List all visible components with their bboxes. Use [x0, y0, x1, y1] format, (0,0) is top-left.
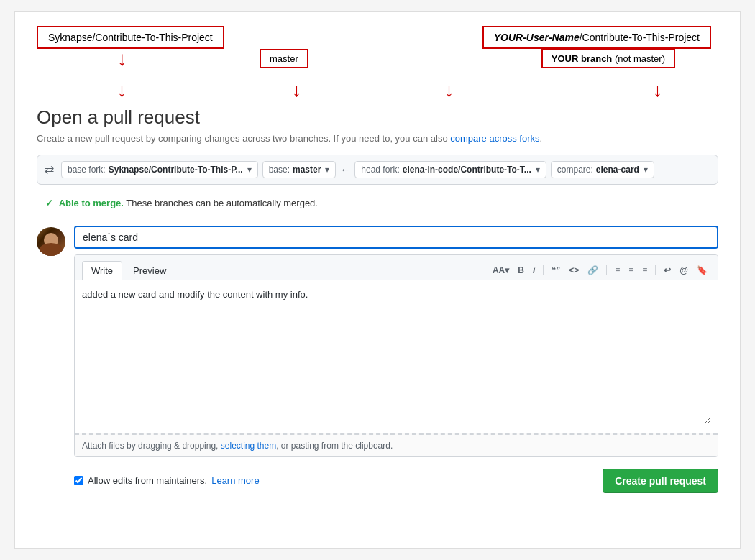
head-fork-select[interactable]: head fork: elena-in-code/Contribute-To-T… — [354, 161, 546, 178]
avatar — [37, 227, 65, 256]
compare-bar: ⇄ base fork: Syknapse/Contribute-To-This… — [37, 155, 718, 185]
toolbar-quote[interactable]: “” — [549, 264, 563, 277]
toolbar-sep3 — [655, 265, 656, 275]
merge-able-text: Able to merge. — [59, 198, 124, 208]
toolbar-bold[interactable]: B — [515, 264, 527, 277]
toolbar-italic[interactable]: i — [530, 264, 538, 277]
toolbar-task[interactable]: ≡ — [639, 264, 650, 277]
tab-preview[interactable]: Preview — [124, 261, 175, 280]
editor-content: added a new card and modify the content … — [75, 280, 718, 433]
arrow-base-fork: ↓ — [117, 49, 127, 69]
editor-tabs: Write Preview AA▾ B i “” <> 🔗 ≡ ≡ ≡ — [74, 254, 718, 457]
toolbar-mention[interactable]: @ — [677, 264, 691, 277]
select-files-link[interactable]: selecting them — [221, 441, 276, 451]
arrow4-down: ↓ — [653, 79, 662, 101]
allow-edits-label: Allow edits from maintainers. — [88, 475, 207, 486]
toolbar-ol[interactable]: ≡ — [626, 264, 636, 277]
compare-icon: ⇄ — [45, 162, 54, 176]
page-subtitle: Create a new pull request by comparing c… — [37, 132, 718, 146]
learn-more-link[interactable]: Learn more — [211, 475, 259, 486]
arrow1-down: ↓ — [117, 79, 127, 101]
annotation-box-syknapse: Syknapse/Contribute-To-This-Project — [37, 26, 224, 49]
toolbar-aa[interactable]: AA▾ — [490, 264, 512, 277]
compare-branch-select[interactable]: compare: elena-card ▾ — [551, 161, 654, 178]
merge-description: These branches can be automatically merg… — [126, 198, 318, 208]
submit-row: Allow edits from maintainers. Learn more… — [74, 464, 718, 497]
annotation-box-master: master — [260, 49, 308, 68]
toolbar-sep2 — [606, 265, 607, 275]
annotation-box-your-branch: YOUR branch (not master) — [541, 49, 675, 68]
editor-footer: Attach files by dragging & dropping, sel… — [75, 433, 718, 456]
toolbar-code[interactable]: <> — [566, 264, 582, 277]
toolbar-reply[interactable]: ↩ — [661, 264, 674, 277]
toolbar-bookmark[interactable]: 🔖 — [694, 264, 710, 277]
pr-form-body: Write Preview AA▾ B i “” <> 🔗 ≡ ≡ ≡ — [74, 226, 718, 497]
swap-arrow: ← — [340, 164, 350, 175]
pr-form: Write Preview AA▾ B i “” <> 🔗 ≡ ≡ ≡ — [37, 226, 718, 497]
annotation-box-your-username: YOUR-User-Name/Contribute-To-This-Projec… — [482, 26, 711, 49]
pr-title-input[interactable] — [74, 226, 718, 249]
toolbar-link[interactable]: 🔗 — [585, 264, 601, 277]
arrow3-down: ↓ — [444, 79, 454, 101]
compare-forks-link[interactable]: compare across forks — [450, 133, 539, 144]
pr-body-textarea[interactable]: added a new card and modify the content … — [82, 288, 710, 424]
base-branch-select[interactable]: base: master ▾ — [262, 161, 337, 178]
merge-status: ✓ Able to merge. These branches can be a… — [37, 192, 718, 214]
allow-edits-row: Allow edits from maintainers. Learn more — [74, 475, 260, 486]
allow-edits-checkbox[interactable] — [74, 476, 83, 485]
tab-write[interactable]: Write — [82, 261, 122, 280]
base-fork-select[interactable]: base fork: Syknapse/Contribute-To-This-P… — [61, 161, 258, 178]
editor-toolbar: AA▾ B i “” <> 🔗 ≡ ≡ ≡ ↩ @ 🔖 — [490, 264, 710, 277]
page-title: Open a pull request — [37, 106, 718, 129]
merge-check-icon: ✓ — [45, 198, 53, 208]
arrow2-down: ↓ — [292, 79, 301, 101]
toolbar-ul[interactable]: ≡ — [612, 264, 623, 277]
toolbar-sep1 — [543, 265, 544, 275]
tabs-header: Write Preview AA▾ B i “” <> 🔗 ≡ ≡ ≡ — [75, 255, 718, 280]
create-pr-button[interactable]: Create pull request — [603, 469, 718, 493]
